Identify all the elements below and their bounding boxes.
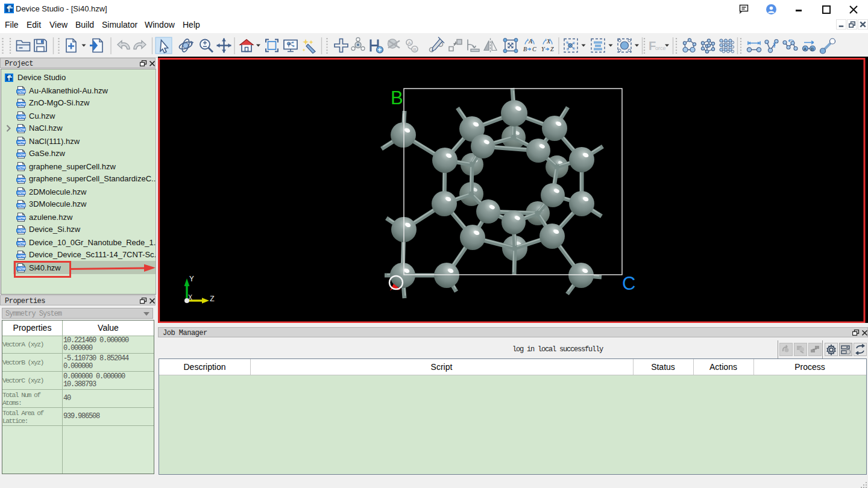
svg-text:HZW: HZW: [17, 228, 25, 233]
svg-text:B: B: [391, 87, 403, 108]
svg-text:1: 1: [773, 43, 776, 49]
svg-text:HZW: HZW: [17, 241, 25, 245]
svg-text:HZW: HZW: [17, 127, 25, 131]
svg-text:HZW: HZW: [17, 152, 25, 157]
svg-text:Z: Z: [210, 295, 215, 304]
svg-text:X: X: [188, 294, 192, 302]
svg-text:C: C: [532, 46, 536, 52]
svg-text:orce: orce: [655, 45, 666, 51]
svg-text:B: B: [523, 46, 527, 52]
svg-text:HZW: HZW: [17, 140, 25, 144]
svg-text:HZW: HZW: [17, 254, 25, 258]
svg-text:Z: Z: [550, 46, 554, 52]
svg-text:HZW: HZW: [17, 216, 25, 220]
svg-text:HZW: HZW: [17, 89, 25, 93]
svg-text:B: B: [811, 46, 814, 52]
svg-text:HZW: HZW: [17, 102, 25, 106]
svg-text:X: X: [546, 38, 551, 45]
svg-text:A: A: [804, 46, 807, 52]
svg-text:C: C: [622, 273, 635, 294]
svg-text:HZW: HZW: [17, 165, 25, 169]
svg-text:Y: Y: [541, 46, 546, 52]
svg-text:A: A: [528, 38, 533, 45]
svg-text:HZW: HZW: [17, 178, 25, 182]
svg-text:Y: Y: [189, 275, 194, 284]
svg-text:HZW: HZW: [17, 190, 25, 195]
svg-text:HZW: HZW: [17, 203, 25, 207]
svg-text:HZW: HZW: [17, 114, 25, 119]
svg-text:B: B: [414, 47, 417, 52]
svg-text:A: A: [408, 40, 412, 46]
